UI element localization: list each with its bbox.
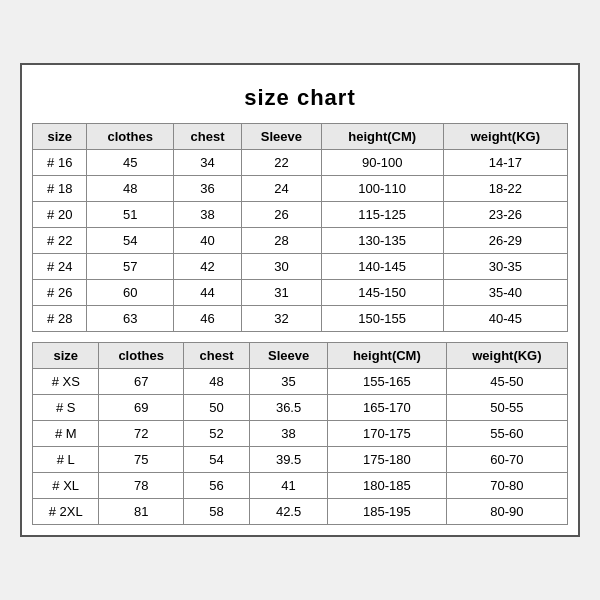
table-cell: 46: [173, 306, 241, 332]
table-cell: 42: [173, 254, 241, 280]
table-cell: 52: [183, 421, 249, 447]
table2-header-cell: height(CM): [327, 343, 446, 369]
table-cell: 42.5: [250, 499, 328, 525]
table1-header-cell: Sleeve: [242, 124, 322, 150]
table1-header-row: sizeclotheschestSleeveheight(CM)weight(K…: [33, 124, 568, 150]
table-cell: 155-165: [327, 369, 446, 395]
table-cell: 26-29: [443, 228, 567, 254]
table-row: # M725238170-17555-60: [33, 421, 568, 447]
table-cell: 35-40: [443, 280, 567, 306]
table1-header-cell: height(CM): [321, 124, 443, 150]
table-cell: 175-180: [327, 447, 446, 473]
table-cell: 180-185: [327, 473, 446, 499]
table-cell: 45: [87, 150, 173, 176]
table-row: # 20513826115-12523-26: [33, 202, 568, 228]
table-cell: 22: [242, 150, 322, 176]
table1-header-cell: clothes: [87, 124, 173, 150]
table-row: # 28634632150-15540-45: [33, 306, 568, 332]
table-row: # 22544028130-13526-29: [33, 228, 568, 254]
table-cell: 72: [99, 421, 183, 447]
table-cell: 38: [173, 202, 241, 228]
table-cell: # 18: [33, 176, 87, 202]
table-row: # 18483624100-11018-22: [33, 176, 568, 202]
table-cell: # 2XL: [33, 499, 99, 525]
table2-header-cell: clothes: [99, 343, 183, 369]
table-cell: 40: [173, 228, 241, 254]
table-cell: # 24: [33, 254, 87, 280]
table-cell: 69: [99, 395, 183, 421]
table-cell: # 20: [33, 202, 87, 228]
table-cell: 44: [173, 280, 241, 306]
table-cell: 36: [173, 176, 241, 202]
table-cell: 45-50: [446, 369, 567, 395]
table-cell: # 26: [33, 280, 87, 306]
table-cell: 60: [87, 280, 173, 306]
table-cell: 100-110: [321, 176, 443, 202]
table2-header-cell: chest: [183, 343, 249, 369]
table-cell: 26: [242, 202, 322, 228]
table-cell: 165-170: [327, 395, 446, 421]
size-table-1: sizeclotheschestSleeveheight(CM)weight(K…: [32, 123, 568, 332]
size-chart-container: size chart sizeclotheschestSleeveheight(…: [20, 63, 580, 537]
table-row: # 1645342290-10014-17: [33, 150, 568, 176]
table-cell: 31: [242, 280, 322, 306]
table-cell: 41: [250, 473, 328, 499]
table-cell: 54: [87, 228, 173, 254]
table-cell: 150-155: [321, 306, 443, 332]
table-row: # S695036.5165-17050-55: [33, 395, 568, 421]
table-cell: 130-135: [321, 228, 443, 254]
table-cell: 90-100: [321, 150, 443, 176]
table-cell: 40-45: [443, 306, 567, 332]
table2-header-row: sizeclotheschestSleeveheight(CM)weight(K…: [33, 343, 568, 369]
table-row: # 2XL815842.5185-19580-90: [33, 499, 568, 525]
table-cell: 39.5: [250, 447, 328, 473]
table-cell: 75: [99, 447, 183, 473]
table-cell: 48: [183, 369, 249, 395]
table-cell: # XS: [33, 369, 99, 395]
table-row: # XL785641180-18570-80: [33, 473, 568, 499]
table-cell: # 28: [33, 306, 87, 332]
table-cell: 60-70: [446, 447, 567, 473]
table-cell: # L: [33, 447, 99, 473]
table-cell: 58: [183, 499, 249, 525]
table-cell: 55-60: [446, 421, 567, 447]
table-cell: 140-145: [321, 254, 443, 280]
table-cell: 51: [87, 202, 173, 228]
table-cell: 63: [87, 306, 173, 332]
table-cell: 48: [87, 176, 173, 202]
table-cell: 70-80: [446, 473, 567, 499]
table-cell: 50-55: [446, 395, 567, 421]
table-cell: 170-175: [327, 421, 446, 447]
table1-header-cell: size: [33, 124, 87, 150]
table-cell: 30-35: [443, 254, 567, 280]
table2-header-cell: weight(KG): [446, 343, 567, 369]
table-row: # 26604431145-15035-40: [33, 280, 568, 306]
table-cell: 30: [242, 254, 322, 280]
table-cell: 81: [99, 499, 183, 525]
table1-header-cell: weight(KG): [443, 124, 567, 150]
table-row: # XS674835155-16545-50: [33, 369, 568, 395]
size-table-2: sizeclotheschestSleeveheight(CM)weight(K…: [32, 342, 568, 525]
table-cell: 80-90: [446, 499, 567, 525]
chart-title: size chart: [32, 75, 568, 123]
table2-header-cell: size: [33, 343, 99, 369]
table-cell: # 22: [33, 228, 87, 254]
table-cell: 54: [183, 447, 249, 473]
table-cell: 34: [173, 150, 241, 176]
table-cell: # XL: [33, 473, 99, 499]
table-cell: 18-22: [443, 176, 567, 202]
table-cell: 185-195: [327, 499, 446, 525]
table1-wrapper: sizeclotheschestSleeveheight(CM)weight(K…: [32, 123, 568, 332]
table-cell: 50: [183, 395, 249, 421]
table-cell: 36.5: [250, 395, 328, 421]
table-cell: 115-125: [321, 202, 443, 228]
table-row: # 24574230140-14530-35: [33, 254, 568, 280]
table-cell: # S: [33, 395, 99, 421]
table2-wrapper: sizeclotheschestSleeveheight(CM)weight(K…: [32, 342, 568, 525]
table-row: # L755439.5175-18060-70: [33, 447, 568, 473]
table-cell: 24: [242, 176, 322, 202]
table-cell: 32: [242, 306, 322, 332]
table2-header-cell: Sleeve: [250, 343, 328, 369]
table-cell: 57: [87, 254, 173, 280]
table-cell: 38: [250, 421, 328, 447]
